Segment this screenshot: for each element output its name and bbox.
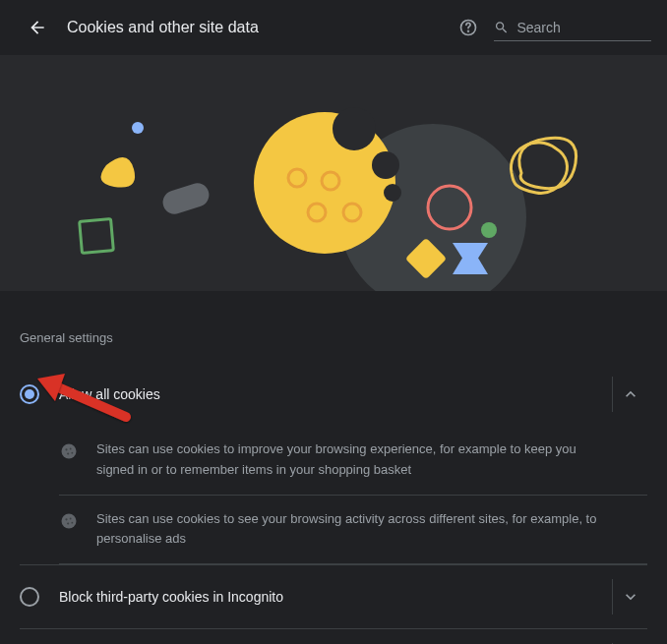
svg-point-23	[65, 518, 67, 520]
hero-illustration	[0, 55, 667, 291]
option-allow-all-cookies[interactable]: Allow all cookies	[20, 363, 647, 426]
svg-point-21	[71, 452, 73, 454]
svg-point-20	[67, 452, 69, 454]
svg-rect-12	[159, 180, 212, 217]
radio-allow-all-cookies[interactable]	[20, 384, 39, 404]
svg-point-4	[333, 107, 376, 150]
svg-point-1	[468, 30, 469, 31]
arrow-left-icon	[28, 18, 47, 37]
back-button[interactable]	[20, 10, 55, 45]
section-heading: General settings	[20, 330, 647, 345]
cookie-icon	[59, 441, 79, 461]
cookie-icon	[59, 511, 79, 531]
help-button[interactable]	[451, 10, 486, 45]
radio-block-3p-incognito[interactable]	[20, 587, 39, 607]
svg-point-26	[71, 521, 73, 523]
option-label: Block third-party cookies in Incognito	[59, 589, 600, 605]
search-icon	[494, 19, 509, 36]
option-label: Allow all cookies	[59, 386, 600, 402]
svg-point-25	[67, 522, 69, 524]
help-icon	[458, 18, 478, 37]
option-block-3p[interactable]: Block third-party cookies	[20, 628, 647, 644]
search-input[interactable]	[516, 20, 651, 35]
chevron-up-icon	[621, 384, 640, 404]
collapse-button[interactable]	[612, 377, 647, 412]
svg-point-22	[62, 513, 77, 528]
svg-point-17	[62, 444, 77, 459]
option-details-allow-all: Sites can use cookies to improve your br…	[20, 426, 647, 564]
detail-item: Sites can use cookies to improve your br…	[59, 426, 647, 496]
detail-text: Sites can use cookies to see your browsi…	[96, 509, 647, 551]
svg-point-15	[481, 222, 497, 238]
expand-button[interactable]	[612, 579, 647, 615]
option-block-3p-incognito[interactable]: Block third-party cookies in Incognito	[20, 564, 647, 628]
svg-point-18	[65, 448, 67, 450]
search-field[interactable]	[494, 15, 651, 41]
page-title: Cookies and other site data	[67, 19, 451, 36]
svg-point-6	[384, 184, 401, 202]
detail-item: Sites can use cookies to see your browsi…	[59, 496, 647, 565]
svg-rect-13	[80, 219, 114, 254]
svg-point-19	[70, 448, 72, 450]
svg-point-5	[372, 151, 399, 179]
svg-point-24	[70, 517, 72, 519]
svg-point-11	[132, 122, 144, 134]
detail-text: Sites can use cookies to improve your br…	[96, 439, 647, 481]
chevron-down-icon	[621, 587, 640, 607]
